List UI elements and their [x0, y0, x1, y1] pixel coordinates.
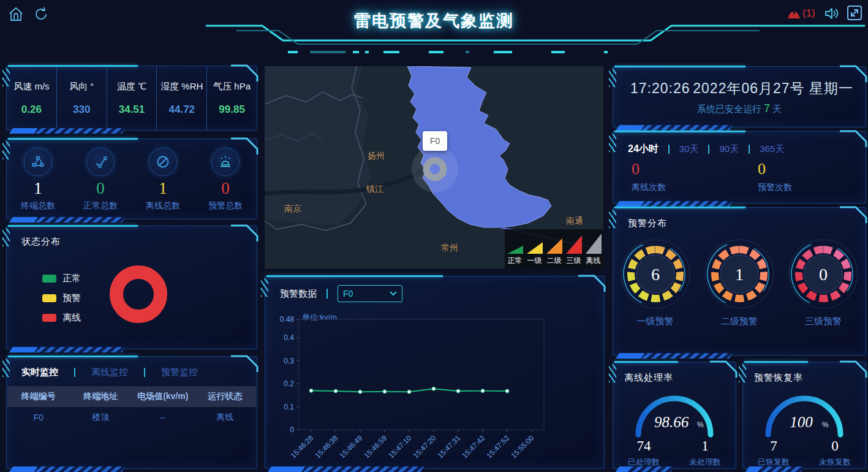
city-label: 扬州 — [368, 151, 385, 162]
status-donut-chart — [110, 265, 167, 323]
weather-metric: 气压 hPa99.85 — [207, 66, 257, 130]
map-legend: 正常 一级 二级 三级 离线 — [505, 229, 603, 268]
total-label: 正常总数 — [83, 200, 118, 211]
table-header: 终端编号 终端地址 电场值(kv/m) 运行状态 — [7, 386, 256, 407]
uptime-suffix: 天 — [772, 104, 782, 114]
svg-text:0: 0 — [290, 425, 294, 434]
svg-text:15:55:00: 15:55:00 — [509, 433, 535, 460]
period-stats-panel: 24小时 30天 90天 365天 0 离线次数 0 预警次数 — [613, 131, 866, 204]
panel-decoration — [609, 69, 616, 87]
svg-text:0.48: 0.48 — [280, 315, 295, 324]
monitor-tabs: 实时监控 离线监控 预警监控 — [21, 367, 198, 378]
metric-value: 0.26 — [21, 104, 42, 116]
svg-text:0.4: 0.4 — [284, 333, 294, 342]
total-item: 0 正常总数 — [69, 148, 132, 219]
weather-metric: 风速 m/s0.26 — [7, 66, 57, 130]
panel-decoration — [709, 360, 738, 378]
tab-separator — [708, 145, 709, 154]
svg-text:15:47:42: 15:47:42 — [460, 433, 486, 460]
gauge-label: 二级预警 — [721, 316, 758, 327]
warning-distribution-panel: 预警分布 6 一级预警 1 二级预警 — [613, 207, 866, 356]
uptime-line: 系统已安全运行7天 — [613, 102, 866, 115]
panel-decoration — [9, 347, 126, 352]
uptime-days: 7 — [764, 102, 770, 115]
metric-value: 99.85 — [219, 104, 245, 116]
panel-decoration — [230, 224, 259, 242]
warning-data-panel: 预警数据 F0 单位:kv/m 00.10.20.30.40.4815:46:2… — [265, 276, 605, 469]
tab-separator — [144, 368, 145, 377]
total-item: 1 终端总数 — [7, 148, 69, 219]
map-legend-label: 一级 — [527, 256, 542, 266]
metric-label: 气压 hPa — [213, 81, 251, 93]
map-legend-label: 离线 — [586, 256, 601, 266]
panel-decoration — [839, 206, 867, 223]
panel-decoration — [839, 130, 867, 147]
panel-decoration — [839, 360, 867, 378]
tab-warning-monitor[interactable]: 预警监控 — [161, 367, 198, 378]
total-item: 0 预警总数 — [194, 148, 257, 219]
tab-separator — [668, 145, 670, 154]
rate-stats: 7已恢复数 0未恢复数 — [743, 438, 866, 468]
city-label: 常州 — [441, 243, 458, 254]
panel-decoration — [614, 361, 678, 363]
tab-offline-monitor[interactable]: 离线监控 — [91, 367, 128, 378]
alarm-siren-icon — [211, 148, 240, 176]
tab-365d[interactable]: 365天 — [760, 143, 784, 155]
svg-text:0.1: 0.1 — [284, 403, 294, 411]
unhandled-value: 1 — [674, 438, 736, 454]
legend-wedge-level2 — [546, 238, 562, 254]
tab-30d[interactable]: 30天 — [679, 143, 699, 155]
panel-decoration — [609, 134, 616, 152]
table-row[interactable]: F0 楼顶 -- 离线 — [7, 407, 256, 428]
map-canvas[interactable]: 扬州 镇江 南京 常州 南通 F0 正常 一级 二级 三级 离线 — [265, 66, 603, 268]
gauge-level2: 1 二级预警 — [697, 236, 781, 327]
gauge-level1: 6 一级预警 — [613, 236, 697, 327]
panel-title: 预警恢复率 — [754, 372, 803, 384]
metric-value: 44.72 — [169, 104, 195, 116]
legend-label: 正常 — [62, 273, 81, 284]
tab-24h[interactable]: 24小时 — [628, 143, 659, 156]
column-header: 终端编号 — [7, 391, 70, 402]
total-value: 1 — [159, 180, 167, 196]
warning-count-stat: 0 预警次数 — [739, 160, 866, 193]
recover-rate-gauge: 100 % — [758, 389, 850, 438]
cell-terminal-id: F0 — [7, 413, 70, 422]
map-legend-label: 正常 — [508, 256, 523, 266]
tab-90d[interactable]: 90天 — [719, 143, 739, 155]
legend-item: 正常 — [42, 273, 81, 284]
offline-count-label: 离线次数 — [632, 182, 739, 193]
legend-label: 预警 — [62, 292, 81, 304]
panel-decoration — [616, 353, 733, 359]
panel-decoration — [266, 275, 443, 277]
metric-label: 风速 m/s — [13, 81, 49, 93]
city-label: 镇江 — [366, 184, 383, 195]
panel-decoration — [8, 225, 138, 227]
gauge-label: 一级预警 — [637, 316, 674, 327]
tab-realtime-monitor[interactable]: 实时监控 — [21, 367, 58, 378]
rate-percent-sign: % — [697, 421, 704, 429]
legend-wedge-normal — [507, 246, 523, 254]
svg-text:0.3: 0.3 — [284, 357, 294, 365]
cell-terminal-addr: 楼顶 — [70, 412, 132, 423]
legend-swatch-warning — [42, 294, 56, 302]
metric-label: 温度 ℃ — [117, 81, 146, 93]
legend-swatch-offline — [42, 314, 56, 322]
offline-count-value: 0 — [632, 160, 739, 178]
metric-label: 风向 ° — [69, 81, 94, 93]
clock-panel: 17:20:26 2022年06月27号 星期一 系统已安全运行7天 — [613, 66, 866, 128]
metric-value: 330 — [73, 104, 90, 116]
panel-decoration — [614, 207, 745, 208]
gauge-value: 6 — [651, 265, 660, 284]
panel-decoration — [2, 228, 10, 246]
status-distribution-panel: 状态分布 正常 预警 离线 — [6, 226, 257, 349]
total-value: 0 — [96, 180, 105, 196]
weather-panel: 风速 m/s0.26 风向 °330 温度 ℃34.51 湿度 %RH44.72… — [6, 66, 257, 131]
city-label: 南京 — [284, 204, 301, 215]
unrecovered-label: 未恢复数 — [804, 457, 866, 468]
city-label: 南通 — [566, 216, 583, 227]
marker-halo — [412, 146, 458, 192]
monitor-panel: 实时监控 离线监控 预警监控 终端编号 终端地址 电场值(kv/m) 运行状态 … — [6, 356, 257, 469]
map-legend-label: 三级 — [567, 256, 581, 266]
svg-text:15:47:31: 15:47:31 — [436, 433, 462, 460]
tab-separator — [749, 145, 750, 154]
